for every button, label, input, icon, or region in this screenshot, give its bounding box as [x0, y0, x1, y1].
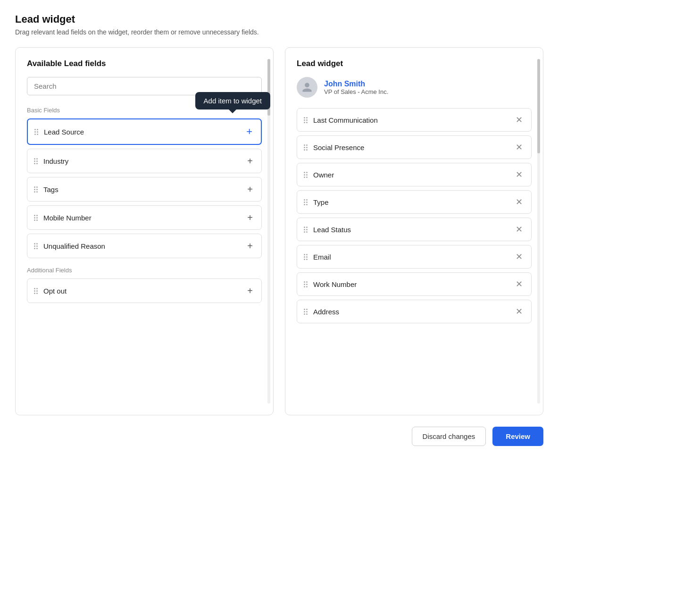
remove-social-presence-button[interactable]: ✕ [514, 142, 525, 152]
drag-handle-industry [34, 158, 38, 164]
add-tags-button[interactable]: + [245, 184, 255, 195]
drag-handle-tags [34, 186, 38, 193]
drag-handle-mobile-number [34, 215, 38, 221]
remove-last-communication-button[interactable]: ✕ [514, 115, 525, 125]
field-name-type: Type [313, 198, 514, 206]
additional-fields-label: Additional Fields [27, 267, 262, 274]
add-mobile-number-button[interactable]: + [245, 212, 255, 223]
scrollbar-track-right[interactable] [537, 59, 540, 404]
field-name-lead-status: Lead Status [313, 226, 514, 234]
field-item-unqualified-reason[interactable]: Unqualified Reason + [27, 234, 262, 258]
widget-field-lead-status: Lead Status ✕ [297, 218, 532, 241]
review-button[interactable]: Review [492, 427, 543, 446]
field-item-industry[interactable]: Industry + [27, 149, 262, 173]
lead-info: John Smith VP of Sales - Acme Inc. [324, 80, 388, 95]
field-name-address: Address [313, 308, 514, 316]
field-name-last-communication: Last Communication [313, 116, 514, 124]
left-panel-title: Available Lead fields [27, 59, 262, 68]
drag-handle-lead-status [304, 227, 308, 233]
field-item-mobile-number[interactable]: Mobile Number + [27, 205, 262, 230]
remove-lead-status-button[interactable]: ✕ [514, 224, 525, 235]
drag-handle-opt-out [34, 288, 38, 294]
tooltip-wrapper: Add item to widget [195, 92, 270, 109]
add-industry-button[interactable]: + [245, 155, 255, 167]
remove-type-button[interactable]: ✕ [514, 197, 525, 207]
field-name-tags: Tags [43, 185, 245, 194]
drag-handle-email [304, 254, 308, 260]
add-opt-out-button[interactable]: + [245, 285, 255, 296]
drag-handle-work-number [304, 281, 308, 287]
widget-field-social-presence: Social Presence ✕ [297, 135, 532, 159]
scrollbar-track-left[interactable] [267, 59, 270, 404]
field-item-tags[interactable]: Tags + [27, 177, 262, 202]
remove-owner-button[interactable]: ✕ [514, 169, 525, 180]
field-name-work-number: Work Number [313, 280, 514, 288]
drag-handle-address [304, 309, 308, 315]
field-name-unqualified-reason: Unqualified Reason [43, 242, 245, 250]
tooltip-box: Add item to widget [195, 92, 270, 109]
left-panel: Available Lead fields Basic Fields Lead … [15, 47, 274, 415]
field-name-mobile-number: Mobile Number [43, 214, 245, 222]
field-name-email: Email [313, 253, 514, 261]
widget-field-last-communication: Last Communication ✕ [297, 108, 532, 132]
drag-handle-lead-source [34, 129, 38, 135]
widget-field-type: Type ✕ [297, 190, 532, 214]
widget-field-address: Address ✕ [297, 300, 532, 323]
avatar [297, 77, 317, 98]
page-subtitle: Drag relevant lead fields on the widget,… [15, 28, 543, 36]
drag-handle-last-communication [304, 117, 308, 123]
drag-handle-social-presence [304, 144, 308, 151]
scrollbar-thumb-right [537, 59, 540, 153]
field-name-industry: Industry [43, 157, 245, 165]
right-panel-title: Lead widget [297, 59, 532, 68]
field-name-owner: Owner [313, 171, 514, 179]
widget-field-owner: Owner ✕ [297, 163, 532, 186]
panels-wrapper: Available Lead fields Basic Fields Lead … [15, 47, 543, 415]
drag-handle-type [304, 199, 308, 205]
lead-sub: VP of Sales - Acme Inc. [324, 88, 388, 95]
discard-changes-button[interactable]: Discard changes [412, 427, 486, 446]
remove-email-button[interactable]: ✕ [514, 252, 525, 262]
remove-address-button[interactable]: ✕ [514, 306, 525, 317]
field-item-lead-source[interactable]: Lead Source + Add item to widget [27, 118, 262, 145]
field-item-opt-out[interactable]: Opt out + [27, 278, 262, 303]
widget-field-email: Email ✕ [297, 245, 532, 269]
widget-field-work-number: Work Number ✕ [297, 272, 532, 296]
add-unqualified-reason-button[interactable]: + [245, 240, 255, 252]
lead-widget-header: John Smith VP of Sales - Acme Inc. [297, 77, 532, 98]
page-title: Lead widget [15, 13, 543, 25]
bottom-actions: Discard changes Review [15, 427, 543, 446]
drag-handle-unqualified-reason [34, 243, 38, 249]
remove-work-number-button[interactable]: ✕ [514, 279, 525, 289]
add-lead-source-button[interactable]: + [244, 126, 254, 138]
avatar-icon [301, 82, 313, 93]
drag-handle-owner [304, 172, 308, 178]
field-name-social-presence: Social Presence [313, 143, 514, 152]
field-name-lead-source: Lead Source [44, 128, 244, 136]
right-panel: Lead widget John Smith VP of Sales - Acm… [285, 47, 543, 415]
lead-name: John Smith [324, 80, 388, 88]
field-name-opt-out: Opt out [43, 287, 245, 295]
